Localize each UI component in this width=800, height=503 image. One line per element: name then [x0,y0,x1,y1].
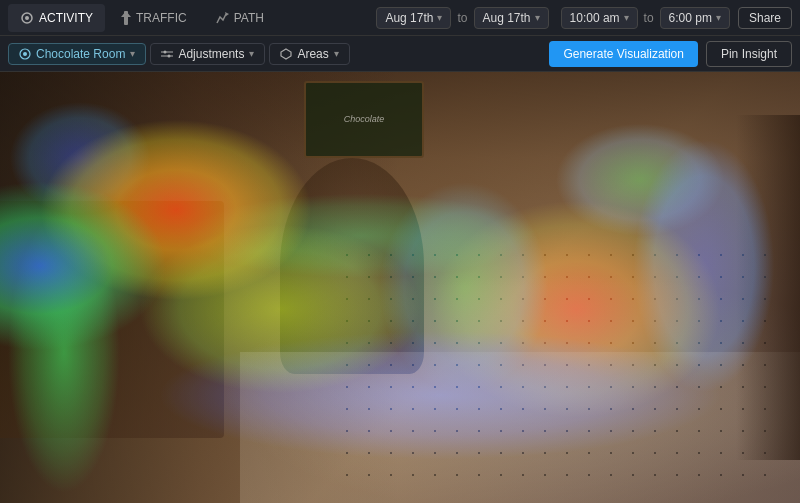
location-label: Chocolate Room [36,47,125,61]
time-from-value: 10:00 am [570,11,620,25]
location-chevron: ▾ [130,48,135,59]
date-to-chevron: ▾ [535,12,540,23]
areas-label: Areas [297,47,328,61]
time-to-chevron: ▾ [716,12,721,23]
adjustments-chevron: ▾ [249,48,254,59]
sub-nav-actions: Generate Visualization Pin Insight [549,41,792,67]
svg-point-6 [23,52,27,56]
time-to-select[interactable]: 6:00 pm ▾ [660,7,730,29]
date-to-value: Aug 17th [483,11,531,25]
svg-marker-11 [281,49,291,59]
activity-icon [20,11,34,25]
svg-marker-3 [121,11,131,17]
adjustments-label: Adjustments [178,47,244,61]
pin-insight-button[interactable]: Pin Insight [706,41,792,67]
traffic-icon [121,11,131,25]
date-from-value: Aug 17th [385,11,433,25]
location-icon [19,48,31,60]
main-content: Chocolate [0,72,800,503]
svg-point-1 [25,16,29,20]
time-from-select[interactable]: 10:00 am ▾ [561,7,638,29]
date-from-chevron: ▾ [437,12,442,23]
date-from-select[interactable]: Aug 17th ▾ [376,7,451,29]
sub-nav: Chocolate Room ▾ Adjustments ▾ Areas ▾ G… [0,36,800,72]
date-range: Aug 17th ▾ to Aug 17th ▾ 10:00 am ▾ to 6… [376,7,792,29]
tab-traffic-label: TRAFFIC [136,11,187,25]
tab-activity-label: ACTIVITY [39,11,93,25]
time-from-chevron: ▾ [624,12,629,23]
adjustments-icon [161,48,173,60]
areas-selector[interactable]: Areas ▾ [269,43,349,65]
date-to-select[interactable]: Aug 17th ▾ [474,7,549,29]
areas-icon [280,48,292,60]
top-nav: ACTIVITY TRAFFIC PATH Aug 17th ▾ to Aug … [0,0,800,36]
time-to-label: to [644,11,654,25]
tab-traffic[interactable]: TRAFFIC [109,4,199,32]
location-selector[interactable]: Chocolate Room ▾ [8,43,146,65]
adjustments-selector[interactable]: Adjustments ▾ [150,43,265,65]
generate-visualization-button[interactable]: Generate Visualization [549,41,698,67]
time-to-value: 6:00 pm [669,11,712,25]
tab-path-label: PATH [234,11,264,25]
areas-chevron: ▾ [334,48,339,59]
tab-path[interactable]: PATH [203,4,276,32]
path-icon [215,11,229,25]
date-to-label: to [457,11,467,25]
tab-activity[interactable]: ACTIVITY [8,4,105,32]
share-button[interactable]: Share [738,7,792,29]
heatmap-overlay [0,72,800,503]
